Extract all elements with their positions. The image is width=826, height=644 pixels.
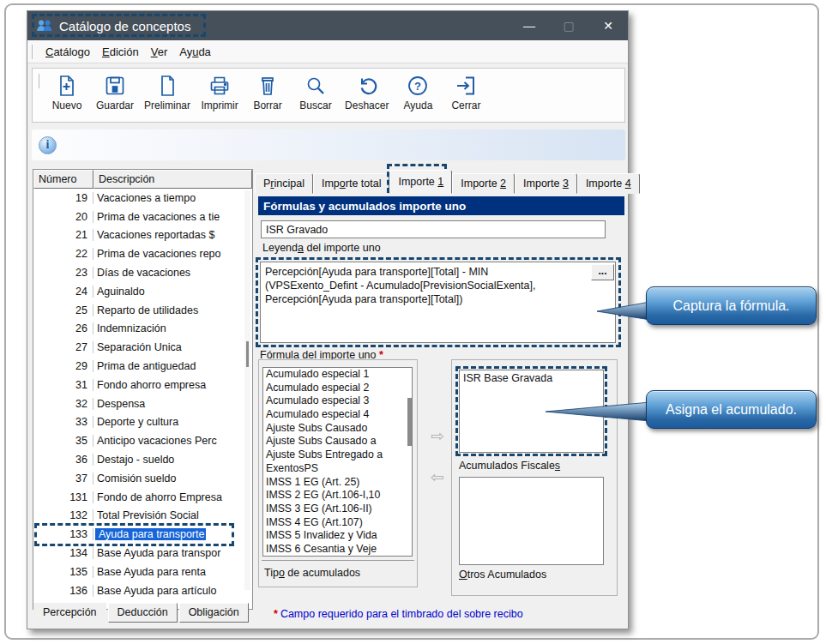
leyenda-input[interactable]: ISR Gravado	[261, 220, 606, 238]
list-item[interactable]: Acumulado especial 2	[263, 382, 412, 395]
cell-descripcion: Destajo - sueldo	[93, 454, 252, 466]
table-row[interactable]: 25Reparto de utilidades	[33, 301, 252, 320]
borrar-button[interactable]: Borrar	[249, 74, 286, 111]
required-field-note: *Campo requerido para el timbrado del so…	[274, 608, 523, 620]
buscar-button[interactable]: Buscar	[297, 74, 335, 111]
table-row[interactable]: 20Prima de vacaciones a tie	[33, 208, 252, 226]
info-icon: i	[39, 136, 57, 154]
table-row[interactable]: 35Anticipo vacaciones Perc	[33, 431, 252, 450]
bottom-tab-percepción[interactable]: Percepción	[33, 603, 106, 623]
column-header-numero[interactable]: Número	[33, 170, 93, 189]
column-header-descripcion[interactable]: Descripción	[93, 170, 252, 189]
menu-item-catálogo[interactable]: Catálogo	[39, 43, 96, 61]
table-row[interactable]: 37Comisión sueldo	[33, 469, 252, 488]
list-item[interactable]: Ajuste Subs Causado a	[263, 435, 412, 448]
table-row[interactable]: 36Destajo - sueldo	[33, 450, 252, 469]
list-item[interactable]: IMSS 1 EG (Art. 25)	[263, 476, 412, 490]
close-button[interactable]: ✕	[588, 11, 628, 40]
menu-item-ver[interactable]: Ver	[145, 43, 174, 61]
ayuda-button[interactable]: ?Ayuda	[399, 74, 437, 111]
cell-numero: 25	[33, 304, 93, 316]
tab-importe-total[interactable]: Importe total	[313, 173, 389, 194]
list-item[interactable]: IMSS 6 Cesantia y Veje	[263, 543, 412, 557]
table-row-selected[interactable]: 133Ayuda para transporte	[33, 525, 252, 544]
cell-descripcion: Base Ayuda para transpor	[93, 547, 252, 559]
table-row[interactable]: 22Prima de vacaciones repo	[33, 244, 252, 263]
acumulados-scrollbar-thumb[interactable]	[407, 398, 412, 446]
save-icon	[103, 74, 127, 98]
table-row[interactable]: 19Vacaciones a tiempo	[33, 189, 252, 208]
guardar-button[interactable]: Guardar	[96, 74, 134, 111]
menubar: CatálogoEdiciónVerAyuda	[27, 40, 628, 63]
list-item[interactable]: Acumulado especial 3	[263, 394, 412, 408]
list-item[interactable]: IMSS 3 EG (Art.106-II)	[263, 503, 412, 516]
cell-numero: 24	[33, 286, 93, 298]
cell-numero: 32	[33, 398, 93, 410]
tab-importe-1[interactable]: Importe 1	[389, 170, 452, 194]
table-row[interactable]: 26Indemnización	[33, 320, 252, 339]
cell-descripcion: Vacaciones reportadas $	[93, 229, 252, 241]
preliminar-button[interactable]: Preliminar	[144, 74, 190, 111]
table-row[interactable]: 131Fondo de ahorro Empresa	[33, 488, 252, 507]
list-item[interactable]: ExentosPS	[263, 462, 412, 476]
screenshot-canvas: { "window": { "title": "Catálogo de conc…	[0, 0, 826, 644]
acumulados-fiscales-label: Acumulados Fiscales	[459, 460, 560, 472]
deshacer-button[interactable]: Deshacer	[345, 74, 389, 111]
menu-item-edición[interactable]: Edición	[96, 43, 145, 61]
print-icon	[208, 74, 232, 98]
table-scrollbar-thumb[interactable]	[246, 341, 249, 367]
nuevo-button[interactable]: Nuevo	[48, 74, 86, 111]
tab-importe-3[interactable]: Importe 3	[515, 173, 577, 194]
table-row[interactable]: 31Fondo ahorro empresa	[33, 376, 252, 394]
tool-label: Imprimir	[201, 99, 238, 111]
table-row[interactable]: 23Días de vacaciones	[33, 263, 252, 282]
acumulados-scrollbar[interactable]	[407, 386, 412, 523]
tipo-acumulados-frame: Acumulado especial 1Acumulado especial 2…	[258, 359, 418, 587]
table-row[interactable]: 24Aguinaldo	[33, 282, 252, 301]
callout-pointer-acumulado	[546, 400, 650, 424]
table-row[interactable]: 135Base Ayuda para renta	[33, 563, 252, 581]
list-item[interactable]: Ajuste Subs Entregado a	[263, 448, 412, 462]
imprimir-button[interactable]: Imprimir	[201, 74, 238, 111]
table-scrollbar[interactable]	[244, 190, 250, 590]
acumulados-listbox[interactable]: Acumulado especial 1Acumulado especial 2…	[262, 367, 413, 557]
formula-input[interactable]: Percepción[Ayuda para transporte][Total]…	[260, 262, 616, 343]
bottom-tab-deducción[interactable]: Deducción	[108, 603, 178, 623]
table-row[interactable]: 21Vacaciones reportadas $	[33, 226, 252, 245]
table-row[interactable]: 33Deporte y cultura	[33, 413, 252, 432]
otros-acumulados-box[interactable]	[459, 477, 604, 565]
cell-descripcion: Reparto de utilidades	[93, 304, 252, 316]
tab-importe-2[interactable]: Importe 2	[452, 173, 515, 194]
table-row[interactable]: 29Prima de antiguedad	[33, 357, 252, 376]
list-item[interactable]: Acumulado especial 4	[263, 408, 412, 422]
tab-principal[interactable]: Principal	[255, 173, 313, 194]
maximize-button[interactable]: ▢	[549, 11, 588, 40]
assign-left-arrow-icon[interactable]: ⇦	[431, 467, 444, 487]
cell-descripcion: Anticipo vacaciones Perc	[93, 435, 252, 447]
formula-builder-button[interactable]: ...	[591, 264, 614, 280]
minimize-button[interactable]: —	[509, 11, 549, 40]
list-item[interactable]: IMSS 2 EG (Art.106-I,10	[263, 489, 412, 503]
list-item[interactable]: IMSS 4 EG (Art.107)	[263, 516, 412, 530]
bottom-tab-obligación[interactable]: Obligación	[179, 603, 249, 623]
list-item[interactable]: Acumulado especial 1	[263, 368, 412, 382]
table-row[interactable]: 32Despensa	[33, 394, 252, 413]
cell-numero: 136	[33, 585, 93, 597]
table-row[interactable]: 132Total Previsión Social	[33, 507, 252, 526]
concept-type-tabs: PercepciónDeducciónObligación	[33, 603, 249, 625]
formula-line: Percepción[Ayuda para transporte][Total]…	[265, 292, 611, 306]
menu-item-ayuda[interactable]: Ayuda	[173, 43, 217, 61]
toolbar: NuevoGuardarPreliminarImprimirBorrarBusc…	[32, 68, 625, 123]
list-item[interactable]: IMSS 5 Invalidez y Vida	[263, 529, 412, 543]
table-row[interactable]: 134Base Ayuda para transpor	[33, 544, 252, 563]
list-item[interactable]: Ajuste Subs Causado	[263, 422, 412, 436]
titlebar: Catálogo de conceptos — ▢ ✕	[27, 11, 628, 40]
leyenda-label: Leyenda del importe uno	[262, 242, 381, 254]
tab-importe-4[interactable]: Importe 4	[577, 173, 640, 194]
table-row[interactable]: 136Base Ayuda para artículo	[33, 581, 252, 600]
formula-line: (VPSExento_Defint - Acumulado[PrevisionS…	[265, 279, 611, 292]
cerrar-button[interactable]: Cerrar	[447, 74, 485, 111]
table-row[interactable]: 27Separación Unica	[33, 338, 252, 357]
assign-right-arrow-icon[interactable]: ⇨	[431, 426, 444, 446]
search-icon	[304, 74, 328, 98]
